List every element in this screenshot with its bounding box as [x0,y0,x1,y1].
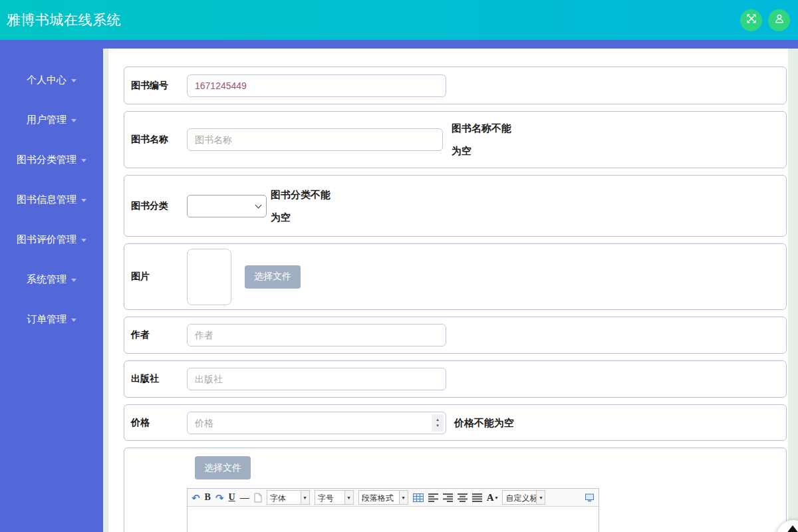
chevron-down-icon: ▾ [495,495,497,501]
form-row-book-id: 图书编号 [124,66,787,104]
custom-title-dropdown[interactable]: 自定义标题 ▾ [502,490,545,505]
image-choose-file-button[interactable]: 选择文件 [245,265,301,289]
book-name-error: 图书名称不能 为空 [452,117,518,162]
publisher-input[interactable] [187,368,446,390]
editor-toolbar: ↶ B ↷ U — 字体 ▾ 字号 ▾ [188,489,598,507]
author-input[interactable] [187,324,446,346]
chevron-down-icon [71,79,76,82]
chevron-down-icon [81,239,86,242]
sidebar-item-label: 个人中心 [27,74,66,86]
sidebar-item-label: 图书评价管理 [17,233,76,246]
form-row-book-category: 图书分类 图书分类不能 为空 [124,175,787,237]
book-name-input[interactable] [187,128,443,151]
form-row-book-name: 图书名称 图书名称不能 为空 [124,111,787,168]
chevron-down-icon: ▾ [301,491,309,504]
align-center-icon[interactable] [458,493,467,502]
form-row-content-editor: 选择文件 ↶ B ↷ U — 字体 ▾ 字号 [124,448,787,532]
sidebar-item-book-info-management[interactable]: 图书信息管理 [0,180,103,219]
sidebar-item-label: 图书分类管理 [17,154,76,166]
editor-content-area[interactable] [188,507,598,532]
chevron-down-icon: ▾ [344,491,353,504]
arrow-up-icon [786,525,798,532]
author-label: 作者 [124,329,187,341]
sidebar-item-label: 订单管理 [27,313,66,326]
image-label: 图片 [124,271,187,283]
header: 雅博书城在线系统 [0,0,798,40]
user-button[interactable] [768,9,790,31]
paragraph-format-dropdown-label: 段落格式 [359,491,399,504]
align-left-icon[interactable] [428,493,438,502]
chevron-down-icon: ▾ [536,491,545,504]
price-label: 价格 [124,417,187,429]
font-color-icon: A [487,492,494,503]
font-family-dropdown-label: 字体 [267,491,301,504]
sidebar-item-label: 图书信息管理 [17,194,76,206]
price-input-wrap: ▴ ▾ [187,412,446,434]
undo-icon[interactable]: ↶ [192,493,200,503]
form-row-author: 作者 [124,317,787,354]
sidebar-item-label: 系统管理 [27,273,66,286]
header-actions [740,9,798,31]
book-id-label: 图书编号 [124,80,187,92]
book-id-input[interactable] [187,74,446,97]
custom-title-dropdown-label: 自定义标题 [503,491,536,504]
chevron-down-icon [71,119,76,122]
align-justify-icon[interactable] [472,493,482,502]
price-stepper[interactable]: ▴ ▾ [432,414,444,432]
redo-icon[interactable]: ↷ [215,493,224,503]
form-row-price: 价格 ▴ ▾ 价格不能为空 [124,404,787,441]
user-icon [774,13,785,27]
book-name-error-line1: 图书名称不能 [452,117,518,140]
stepper-down-icon[interactable]: ▾ [436,423,439,429]
insert-table-icon[interactable] [413,493,424,502]
underline-icon[interactable]: U [229,493,235,502]
rich-text-editor: ↶ B ↷ U — 字体 ▾ 字号 ▾ [187,488,599,532]
book-edit-form: 图书编号 图书名称 图书名称不能 为空 图书分类 图书分类不能 为空 图片 选择… [103,49,798,532]
sidebar-item-personal-center[interactable]: 个人中心 [0,60,103,100]
form-row-publisher: 出版社 [124,360,787,398]
content-choose-file-button[interactable]: 选择文件 [195,456,251,479]
stepper-up-icon[interactable]: ▴ [436,417,439,423]
fullscreen-arrows-icon [746,13,757,27]
book-category-error-line2: 为空 [271,206,337,229]
chevron-down-icon: ▾ [399,491,408,504]
chevron-down-icon [81,159,86,162]
form-row-image: 图片 选择文件 [124,243,787,310]
new-document-icon[interactable] [254,493,262,503]
price-input[interactable] [187,412,446,434]
chevron-down-icon [71,319,76,322]
font-color-button[interactable]: A ▾ [487,492,498,503]
book-category-error: 图书分类不能 为空 [271,184,337,229]
align-right-icon[interactable] [443,493,453,502]
chevron-down-icon [81,199,86,202]
app-title: 雅博书城在线系统 [0,11,121,29]
image-preview-box[interactable] [187,249,231,305]
sidebar-item-book-review-management[interactable]: 图书评价管理 [0,219,103,259]
publisher-label: 出版社 [124,373,187,385]
bold-icon[interactable]: B [205,493,211,502]
chevron-down-icon [71,279,76,282]
sidebar-item-label: 用户管理 [27,114,66,126]
fullscreen-editor-icon[interactable] [585,493,595,502]
sidebar-item-order-management[interactable]: 订单管理 [0,299,103,339]
sidebar-item-system-management[interactable]: 系统管理 [0,259,103,299]
book-name-label: 图书名称 [124,134,187,146]
font-size-dropdown-label: 字号 [315,491,344,504]
sidebar-item-user-management[interactable]: 用户管理 [0,100,103,140]
fullscreen-button[interactable] [740,9,762,31]
sidebar: 个人中心 用户管理 图书分类管理 图书信息管理 图书评价管理 系统管理 订单管理 [0,40,103,532]
font-family-dropdown[interactable]: 字体 ▾ [267,490,310,505]
book-category-label: 图书分类 [124,200,187,212]
book-category-select[interactable] [187,195,267,217]
book-category-select-wrap [187,195,267,217]
book-name-error-line2: 为空 [452,140,518,162]
horizontal-rule-icon[interactable]: — [240,493,249,502]
paragraph-format-dropdown[interactable]: 段落格式 ▾ [358,490,408,505]
font-size-dropdown[interactable]: 字号 ▾ [315,490,354,505]
price-error: 价格不能为空 [454,412,514,434]
book-category-error-line1: 图书分类不能 [271,184,337,206]
sidebar-item-book-category-management[interactable]: 图书分类管理 [0,140,103,180]
